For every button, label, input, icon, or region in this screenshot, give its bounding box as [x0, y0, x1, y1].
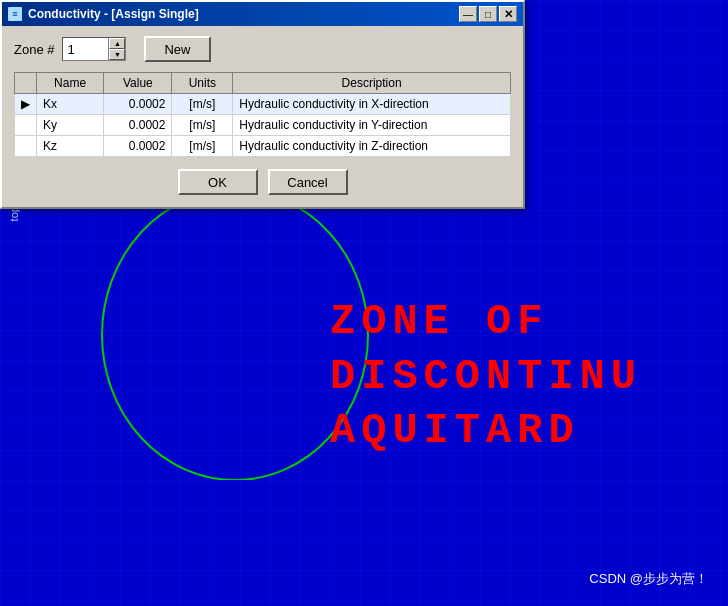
cell-units: [m/s] [172, 94, 233, 115]
restore-button[interactable]: □ [479, 6, 497, 22]
cell-value[interactable]: 0.0002 [104, 136, 172, 157]
conductivity-table: Name Value Units Description ▶Kx0.0002[m… [14, 72, 511, 157]
dialog-title: Conductivity - [Assign Single] [28, 7, 199, 21]
zone-row: Zone # ▲ ▼ New [14, 36, 511, 62]
zone-input-wrapper: ▲ ▼ [62, 37, 126, 61]
cell-name[interactable]: Kx [37, 94, 104, 115]
minimize-button[interactable]: — [459, 6, 477, 22]
spinner-down-button[interactable]: ▼ [109, 49, 125, 60]
table-row: ▶Kx0.0002[m/s]Hydraulic conductivity in … [15, 94, 511, 115]
zone-label: Zone # [14, 42, 54, 57]
dialog-icon: ≡ [8, 7, 22, 21]
cell-description: Hydraulic conductivity in X-direction [233, 94, 511, 115]
row-indicator [15, 115, 37, 136]
col-description-header: Description [233, 73, 511, 94]
assign-single-dialog: ≡ Conductivity - [Assign Single] — □ ✕ Z… [0, 0, 525, 209]
cell-units: [m/s] [172, 136, 233, 157]
cell-description: Hydraulic conductivity in Z-direction [233, 136, 511, 157]
cell-value[interactable]: 0.0002 [104, 115, 172, 136]
col-units-header: Units [172, 73, 233, 94]
svg-point-1 [102, 190, 368, 480]
cell-value[interactable]: 0.0002 [104, 94, 172, 115]
table-row: Ky0.0002[m/s]Hydraulic conductivity in Y… [15, 115, 511, 136]
cell-units: [m/s] [172, 115, 233, 136]
spinner-up-button[interactable]: ▲ [109, 38, 125, 49]
cell-description: Hydraulic conductivity in Y-direction [233, 115, 511, 136]
zone-spinner: ▲ ▼ [108, 38, 125, 60]
new-button[interactable]: New [144, 36, 210, 62]
row-indicator [15, 136, 37, 157]
titlebar-title-group: ≡ Conductivity - [Assign Single] [8, 7, 199, 21]
zone-number-input[interactable] [63, 38, 108, 60]
close-button[interactable]: ✕ [499, 6, 517, 22]
cell-name[interactable]: Kz [37, 136, 104, 157]
cell-name[interactable]: Ky [37, 115, 104, 136]
dialog-content: Zone # ▲ ▼ New Name Value Units Descript… [2, 26, 523, 207]
zone-label-text: ZONE OF DISCONTINU AQUITARD [330, 295, 642, 459]
col-name-header: Name [37, 73, 104, 94]
col-value-header: Value [104, 73, 172, 94]
watermark: CSDN @步步为营！ [589, 570, 708, 588]
col-indicator [15, 73, 37, 94]
cancel-button[interactable]: Cancel [268, 169, 348, 195]
titlebar-controls: — □ ✕ [459, 6, 517, 22]
row-indicator: ▶ [15, 94, 37, 115]
ok-button[interactable]: OK [178, 169, 258, 195]
dialog-button-row: OK Cancel [14, 169, 511, 195]
dialog-titlebar: ≡ Conductivity - [Assign Single] — □ ✕ [2, 2, 523, 26]
table-row: Kz0.0002[m/s]Hydraulic conductivity in Z… [15, 136, 511, 157]
